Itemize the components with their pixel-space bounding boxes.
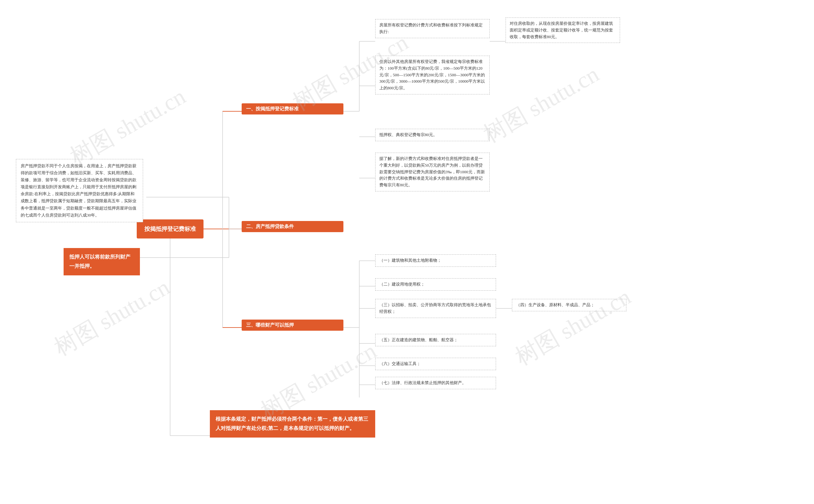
bottom-box: 根据本条规定，财产抵押必须符合两个条件：第一，债务人或者第三人对抵押财产有处分权… xyxy=(210,410,375,438)
branch3-leaf5: （六）交通运输工具； xyxy=(375,358,496,370)
branch3-leaf2: （二）建设用地使用权； xyxy=(375,278,496,291)
branch2-node: 二、房产抵押贷款条件 xyxy=(242,221,343,232)
watermark-4: 树图 shutu.cn xyxy=(49,272,175,362)
branch1-leaf3: 抵押权、典权登记费每宗80元。 xyxy=(375,129,490,141)
branch3-node: 三、哪些财产可以抵押 xyxy=(242,320,343,331)
root-node: 按揭抵押登记费标准 xyxy=(137,219,203,238)
branch1-leaf4: 据了解，新的计费方式和收费标准对住房抵押贷款者是一个重大利好，以贷款购买50万元… xyxy=(375,153,490,191)
branch3-far-right: （四）生产设备、原材料、半成品、产品； xyxy=(512,299,626,311)
branch3-leaf1: （一）建筑物和其他土地附着物； xyxy=(375,254,496,267)
branch2-desc: 房产抵押贷款不同于个人住房按揭，在用途上，房产抵押贷款获得的款项可用于综合消费，… xyxy=(16,159,143,222)
branch1-node: 一、按揭抵押登记费标准 xyxy=(242,103,343,114)
branch1-leaf2: 住房以外其他房屋所有权登记费，我省规定每宗收费标准为：100平方米(含)以下的8… xyxy=(375,56,490,94)
watermark-1: 树图 shutu.cn xyxy=(65,81,191,172)
watermark-3: 树图 shutu.cn xyxy=(478,59,604,149)
branch3-leaf4: （五）正在建造的建筑物、船舶、航空器； xyxy=(375,334,496,346)
branch1-far-right: 对住房收取的，从现在按房屋价值定率计收，按房屋建筑面积定率或定额计收、按套定额计… xyxy=(506,17,620,43)
branch3-leaf3: （三）以招标、拍卖、公开协商等方式取得的荒地等土地承包经营权； xyxy=(375,299,496,318)
watermark-6: 树图 shutu.cn xyxy=(510,281,636,372)
branch3-leaf6: （七）法律、行政法规未禁止抵押的其他财产。 xyxy=(375,377,496,389)
branch1-leaf1: 房屋所有权登记费的计费方式和收费标准按下列标准规定执行: xyxy=(375,19,490,38)
branch2-sub: 抵押人可以将前款所列财产一并抵押。 xyxy=(64,248,140,275)
